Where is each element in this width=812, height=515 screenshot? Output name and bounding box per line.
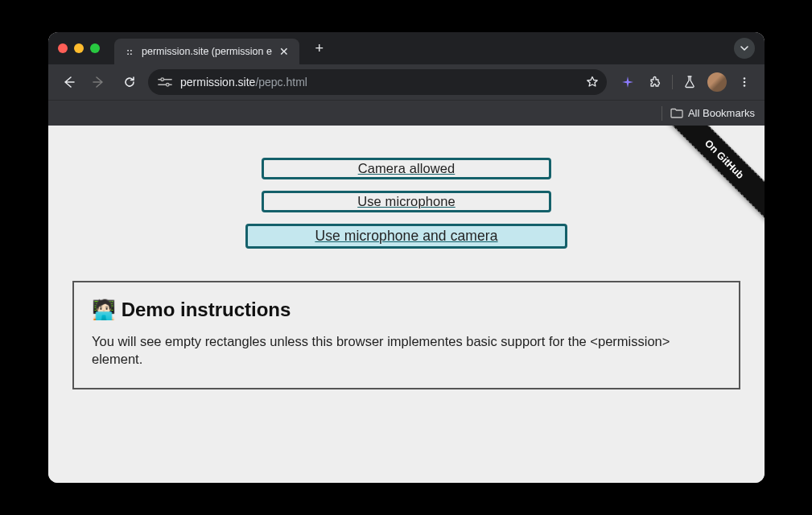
reload-button[interactable] [117, 70, 142, 94]
svg-point-1 [161, 78, 164, 81]
microphone-camera-permission-button[interactable]: Use microphone and camera [245, 224, 567, 249]
url-host: permission.site [180, 76, 255, 89]
forward-arrow-icon [92, 75, 106, 89]
menu-button[interactable] [732, 70, 756, 94]
tab-close-icon[interactable]: ✕ [278, 46, 290, 57]
toolbar-right [616, 70, 756, 94]
bookmarks-bar: All Bookmarks [48, 100, 765, 126]
camera-permission-button[interactable]: Camera allowed [262, 158, 551, 179]
address-bar[interactable]: permission.site/pepc.html [148, 69, 607, 95]
tab-favicon: :: [124, 46, 135, 57]
title-bar: :: permission.site (permission e ✕ + [48, 32, 765, 64]
svg-point-6 [744, 84, 746, 87]
labs-button[interactable] [678, 70, 702, 94]
flask-icon [683, 76, 696, 89]
browser-window: :: permission.site (permission e ✕ + [48, 32, 765, 483]
demo-heading-emoji: 🧑🏻‍💻 [92, 299, 116, 320]
extensions-button[interactable] [643, 70, 667, 94]
browser-tab[interactable]: :: permission.site (permission e ✕ [114, 39, 299, 64]
kebab-icon [739, 76, 750, 88]
back-button[interactable] [56, 70, 80, 94]
bookmarks-separator [662, 106, 662, 121]
window-controls [58, 43, 100, 53]
toolbar-separator [672, 75, 673, 89]
tab-search-button[interactable] [734, 38, 755, 59]
permission-buttons: Camera allowed Use microphone Use microp… [48, 126, 765, 249]
back-arrow-icon [61, 75, 76, 89]
microphone-permission-button[interactable]: Use microphone [262, 191, 551, 212]
reload-icon [123, 76, 136, 89]
new-tab-button[interactable]: + [309, 38, 330, 59]
star-icon [586, 76, 599, 89]
sparkle-icon [621, 76, 634, 89]
svg-point-3 [166, 83, 169, 86]
site-info-button[interactable] [156, 73, 174, 91]
profile-button[interactable] [705, 70, 729, 94]
avatar-icon [707, 72, 727, 92]
all-bookmarks-label: All Bookmarks [688, 107, 755, 119]
toolbar: permission.site/pepc.html [48, 64, 765, 100]
tune-icon [158, 76, 172, 88]
close-window-button[interactable] [58, 43, 68, 53]
tab-title: permission.site (permission e [142, 46, 272, 57]
demo-body-text: You will see empty rectangles unless thi… [92, 332, 721, 369]
url-text: permission.site/pepc.html [180, 76, 579, 89]
bookmark-star-button[interactable] [586, 76, 599, 89]
minimize-window-button[interactable] [74, 43, 84, 53]
demo-heading-text: Demo instructions [122, 299, 291, 320]
svg-point-4 [744, 77, 746, 80]
gemini-button[interactable] [616, 70, 640, 94]
page-content: On GitHub Camera allowed Use microphone … [48, 126, 765, 483]
fullscreen-window-button[interactable] [90, 43, 100, 53]
demo-heading: 🧑🏻‍💻 Demo instructions [92, 299, 721, 321]
puzzle-icon [649, 76, 662, 89]
demo-instructions-box: 🧑🏻‍💻 Demo instructions You will see empt… [72, 281, 740, 389]
folder-icon [670, 108, 683, 118]
forward-button[interactable] [87, 70, 111, 94]
svg-point-5 [744, 81, 746, 84]
chevron-down-icon [740, 43, 749, 53]
url-path: /pepc.html [255, 76, 307, 89]
all-bookmarks-button[interactable]: All Bookmarks [670, 107, 755, 119]
